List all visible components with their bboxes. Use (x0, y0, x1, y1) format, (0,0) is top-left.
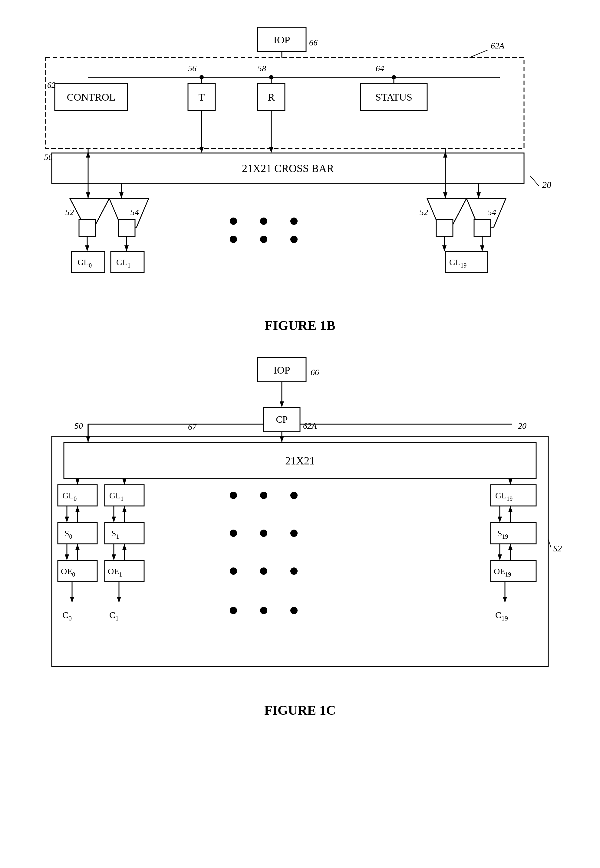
svg-point-159 (230, 567, 237, 575)
svg-marker-50 (85, 245, 89, 251)
svg-point-63 (260, 236, 267, 243)
svg-text:IOP: IOP (274, 365, 290, 375)
svg-text:IOP: IOP (274, 34, 290, 46)
svg-rect-125 (105, 523, 144, 544)
svg-text:66: 66 (309, 38, 318, 47)
svg-marker-78 (442, 245, 447, 251)
svg-point-161 (290, 567, 298, 575)
svg-marker-33 (200, 147, 204, 153)
svg-text:56: 56 (188, 64, 197, 73)
svg-text:20: 20 (518, 421, 526, 430)
svg-text:54: 54 (130, 208, 139, 217)
fig1c-svg: IOP 66 CP 62A 67 50 20 21X21 (27, 351, 573, 700)
svg-marker-87 (280, 401, 284, 407)
fig1b-caption: FIGURE 1B (27, 318, 573, 333)
svg-rect-70 (436, 220, 453, 236)
svg-marker-40 (86, 192, 90, 198)
svg-point-61 (290, 217, 298, 225)
svg-marker-80 (480, 245, 484, 251)
svg-text:CP: CP (276, 414, 288, 425)
svg-text:62A: 62A (303, 421, 317, 430)
svg-text:21X21: 21X21 (285, 455, 315, 467)
svg-point-59 (230, 217, 237, 225)
svg-text:66: 66 (311, 368, 319, 377)
svg-text:64: 64 (376, 64, 384, 73)
svg-point-160 (260, 567, 267, 575)
svg-point-64 (290, 236, 298, 243)
fig1b-svg: IOP 66 67 60 62A 20 62 (27, 18, 573, 315)
svg-rect-123 (58, 523, 97, 544)
svg-point-164 (290, 607, 298, 614)
svg-text:S2: S2 (553, 543, 562, 553)
page: IOP 66 67 60 62A 20 62 (0, 0, 600, 868)
svg-point-130 (260, 530, 267, 537)
svg-marker-42 (119, 192, 124, 198)
svg-text:67: 67 (188, 422, 197, 432)
figure-1c-section: IOP 66 CP 62A 67 50 20 21X21 (27, 351, 573, 700)
svg-text:58: 58 (258, 64, 266, 73)
svg-point-162 (230, 607, 237, 614)
svg-marker-52 (124, 245, 129, 251)
svg-text:62A: 62A (491, 41, 505, 50)
svg-point-163 (260, 607, 267, 614)
svg-text:CONTROL: CONTROL (67, 91, 116, 103)
svg-point-131 (290, 530, 298, 537)
svg-line-9 (470, 50, 488, 58)
svg-text:54: 54 (488, 208, 496, 217)
svg-point-60 (260, 217, 267, 225)
svg-text:52: 52 (65, 208, 74, 217)
svg-text:21X21    CROSS BAR: 21X21 CROSS BAR (242, 163, 334, 175)
svg-point-62 (230, 236, 237, 243)
svg-text:STATUS: STATUS (376, 91, 412, 103)
fig1c-caption: FIGURE 1C (27, 702, 573, 718)
svg-text:T: T (198, 91, 205, 103)
svg-rect-47 (118, 220, 135, 236)
svg-text:20: 20 (542, 180, 551, 190)
svg-rect-73 (474, 220, 491, 236)
svg-text:50: 50 (74, 421, 83, 430)
svg-rect-44 (79, 220, 95, 236)
svg-text:R: R (268, 91, 275, 103)
svg-line-11 (530, 176, 539, 186)
svg-marker-35 (269, 147, 273, 153)
svg-marker-68 (476, 192, 481, 198)
svg-point-110 (290, 492, 298, 499)
svg-marker-66 (443, 192, 447, 198)
svg-text:52: 52 (420, 208, 428, 217)
svg-point-109 (260, 492, 267, 499)
figure-1b-section: IOP 66 67 60 62A 20 62 (27, 18, 573, 315)
svg-point-108 (230, 492, 237, 499)
svg-point-129 (230, 530, 237, 537)
